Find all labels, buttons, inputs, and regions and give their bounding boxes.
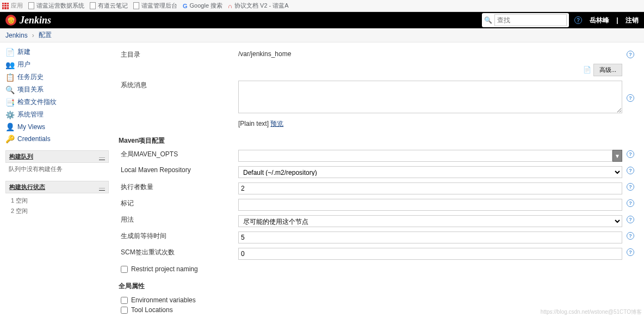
document-icon xyxy=(90,2,96,9)
breadcrumb-separator: › xyxy=(32,32,34,39)
sidebar-item-users[interactable]: 👥用户 xyxy=(0,58,114,71)
sidebar-label: 项目关系 xyxy=(17,85,44,94)
bookmarks-apps-label: 应用 xyxy=(11,2,23,10)
history-icon: 📋 xyxy=(5,73,14,82)
notepad-icon: 📄 xyxy=(583,66,591,74)
collapse-icon[interactable]: — xyxy=(99,184,105,191)
logout-link[interactable]: 注销 xyxy=(626,16,639,25)
bookmark-item[interactable]: 谐蓝运营数据系统 xyxy=(28,2,84,10)
sidebar-label: 新建 xyxy=(17,47,30,57)
sys-msg-label: 系统消息 xyxy=(116,78,236,117)
sidebar-item-myviews[interactable]: 👤My Views xyxy=(0,121,114,133)
help-icon[interactable]: ? xyxy=(627,216,634,223)
breadcrumb: Jenkins › 配置 xyxy=(0,28,644,42)
home-dir-label: 主目录 xyxy=(116,48,236,62)
usage-select[interactable]: 尽可能的使用这个节点 xyxy=(238,215,622,227)
main-content: 主目录 /var/jenkins_home ? 📄 高级... 系统消息 ? xyxy=(114,42,644,317)
local-repo-select[interactable]: Default (~/.m2/repository) xyxy=(238,166,622,178)
maven-opts-input[interactable] xyxy=(238,150,612,162)
help-icon[interactable]: ? xyxy=(574,16,582,24)
user-link[interactable]: 岳林峰 xyxy=(590,16,609,25)
bookmark-item[interactable]: 有道云笔记 xyxy=(90,2,128,10)
sidebar: 📄新建 👥用户 📋任务历史 🔍项目关系 📑检查文件指纹 ⚙️系统管理 👤My V… xyxy=(0,42,114,317)
help-icon[interactable]: ? xyxy=(627,150,634,158)
new-icon: 📄 xyxy=(5,48,14,57)
bookmark-item[interactable]: 谐蓝管理后台 xyxy=(133,2,177,10)
expand-button[interactable]: ▼ xyxy=(612,150,622,162)
horseshoe-icon: ∩ xyxy=(228,3,232,9)
browser-bookmarks-bar: 应用 谐蓝运营数据系统 有道云笔记 谐蓝管理后台 GGoogle 搜索 ∩协议文… xyxy=(0,0,644,12)
sidebar-label: Credentials xyxy=(17,135,51,143)
tool-loc-label: Tool Locations xyxy=(131,306,173,314)
sidebar-label: 任务历史 xyxy=(17,72,44,82)
help-icon[interactable]: ? xyxy=(627,248,634,256)
sys-msg-textarea[interactable] xyxy=(238,81,622,113)
scm-retry-label: SCM签出重试次数 xyxy=(116,246,236,262)
bookmark-item[interactable]: ∩协议文档 V2 - 谐蓝A xyxy=(228,2,289,10)
collapse-icon[interactable]: — xyxy=(99,154,105,160)
help-icon[interactable]: ? xyxy=(627,167,634,174)
watermark: https://blog.csdn.net/wstone@51CTO博客 xyxy=(541,308,642,316)
exec-status-title: 构建执行状态 xyxy=(9,183,45,191)
person-icon: 👤 xyxy=(5,123,14,131)
breadcrumb-page[interactable]: 配置 xyxy=(39,31,52,40)
document-icon xyxy=(133,2,139,9)
exec-status-header: 构建执行状态 — xyxy=(5,181,109,193)
bookmarks-apps[interactable]: 应用 xyxy=(2,2,23,10)
local-repo-label: Local Maven Repository xyxy=(116,164,236,180)
sidebar-item-relations[interactable]: 🔍项目关系 xyxy=(0,83,114,96)
maven-opts-label: 全局MAVEN_OPTS xyxy=(116,148,236,164)
usage-label: 用法 xyxy=(116,213,236,229)
plain-text-label: [Plain text] xyxy=(238,120,269,127)
sidebar-label: 检查文件指纹 xyxy=(17,97,57,107)
tool-loc-checkbox[interactable] xyxy=(121,307,128,314)
build-queue-empty: 队列中没有构建任务 xyxy=(5,163,109,175)
search-box[interactable]: 🔍 xyxy=(482,13,569,27)
executor-row: 2 空闲 xyxy=(9,206,106,216)
labels-label: 标记 xyxy=(116,197,236,213)
env-vars-checkbox[interactable] xyxy=(121,297,128,304)
sidebar-item-manage[interactable]: ⚙️系统管理 xyxy=(0,108,114,121)
sidebar-item-credentials[interactable]: 🔑Credentials xyxy=(0,133,114,145)
help-icon[interactable]: ? xyxy=(627,51,634,58)
gear-icon: ⚙️ xyxy=(5,111,14,119)
search-icon: 🔍 xyxy=(5,86,14,94)
sidebar-label: My Views xyxy=(17,123,45,131)
help-icon[interactable]: ? xyxy=(627,232,634,240)
advanced-button[interactable]: 高级... xyxy=(593,64,622,76)
page-header: 👴 Jenkins 🔍 ? 岳林峰 | 注销 xyxy=(0,12,644,28)
logout-separator: | xyxy=(615,16,620,24)
preview-link[interactable]: 预览 xyxy=(270,120,283,127)
bookmark-item[interactable]: GGoogle 搜索 xyxy=(183,2,222,10)
header-title[interactable]: Jenkins xyxy=(20,15,51,26)
build-queue-header: 构建队列 — xyxy=(5,150,109,163)
env-vars-label: Environment variables xyxy=(131,296,196,304)
executors-input[interactable] xyxy=(238,182,622,194)
key-icon: 🔑 xyxy=(5,135,14,143)
sidebar-item-new[interactable]: 📄新建 xyxy=(0,46,114,58)
help-icon[interactable]: ? xyxy=(627,94,634,102)
sidebar-label: 系统管理 xyxy=(17,110,44,119)
users-icon: 👥 xyxy=(5,60,14,69)
sidebar-label: 用户 xyxy=(17,60,30,69)
search-icon: 🔍 xyxy=(484,16,492,24)
document-icon xyxy=(28,2,34,9)
maven-section-header: Maven项目配置 xyxy=(116,131,636,148)
scm-retry-input[interactable] xyxy=(238,248,622,260)
search-input[interactable] xyxy=(494,14,567,26)
jenkins-logo-icon: 👴 xyxy=(5,15,16,26)
breadcrumb-root[interactable]: Jenkins xyxy=(5,32,28,39)
global-props-header: 全局属性 xyxy=(116,276,636,293)
build-queue-title: 构建队列 xyxy=(9,153,33,161)
quiet-input[interactable] xyxy=(238,231,622,243)
sidebar-item-fingerprint[interactable]: 📑检查文件指纹 xyxy=(0,96,114,108)
home-dir-value: /var/jenkins_home xyxy=(236,48,624,62)
sidebar-item-history[interactable]: 📋任务历史 xyxy=(0,71,114,83)
restrict-naming-checkbox[interactable] xyxy=(121,266,128,273)
google-icon: G xyxy=(183,3,188,9)
help-icon[interactable]: ? xyxy=(627,183,634,191)
quiet-label: 生成前等待时间 xyxy=(116,229,236,246)
labels-input[interactable] xyxy=(238,199,622,211)
restrict-naming-label: Restrict project naming xyxy=(131,265,198,273)
help-icon[interactable]: ? xyxy=(627,199,634,207)
